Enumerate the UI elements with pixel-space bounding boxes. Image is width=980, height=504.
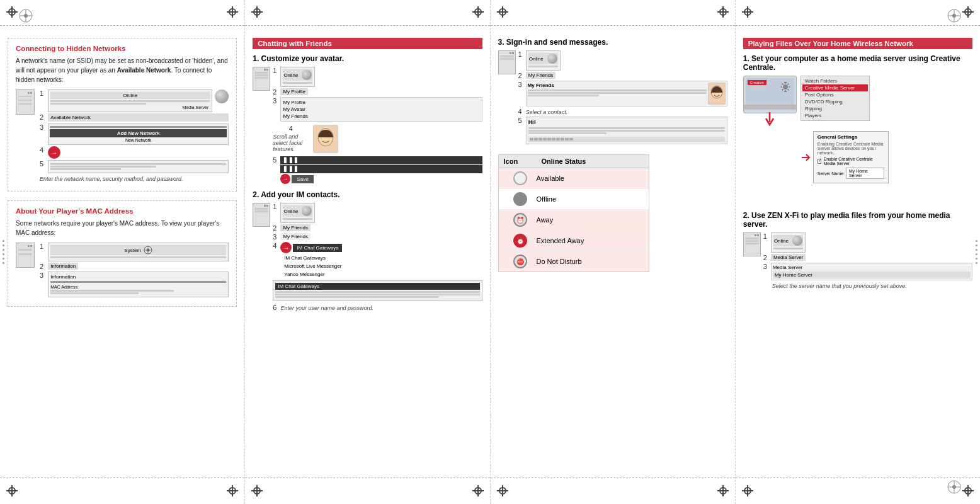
step2-c4-illus: 1 Online 2 (743, 232, 972, 289)
corner-tl-c2 (251, 6, 263, 19)
step1-area: 1. Customize your avatar. (253, 54, 482, 184)
compass-rose (19, 9, 33, 24)
corner-bl (6, 485, 18, 498)
playing-files-title: Playing Files Over Your Home Wireless Ne… (743, 38, 972, 49)
away-label: Away (537, 216, 554, 224)
available-label: Available (537, 175, 564, 182)
step1-c4-area: 1. Set your computer as a home media ser… (743, 54, 972, 186)
step1-c4-title: 1. Set your computer as a home media ser… (743, 54, 972, 72)
step2-c4-area: 2. Use ZEN X-Fi to play media files from… (743, 211, 972, 289)
column-1: Connecting to Hidden Networks A network'… (0, 0, 245, 504)
extended-away-label: Extended Away (537, 237, 584, 244)
corner-br-c4 (962, 485, 974, 498)
offline-icon (513, 192, 527, 206)
compass-rose-r (947, 9, 961, 24)
status-row-available: Available (499, 168, 649, 189)
corner-bl-c2 (251, 485, 263, 498)
corner-tr-c4 (962, 6, 974, 19)
status-col-header: Online Status (542, 158, 644, 165)
away-icon: ⏰ (513, 213, 527, 227)
step2-area: 2. Add your IM contacts. (253, 190, 482, 311)
svg-point-15 (952, 14, 956, 18)
icon-col-header: Icon (504, 158, 542, 165)
corner-tl-c4 (742, 6, 753, 19)
hidden-networks-body: A network's name (or SSID) may be set as… (16, 56, 229, 84)
hidden-networks-box: Connecting to Hidden Networks A network'… (8, 38, 237, 192)
step1-illus: 1 Online 2 (253, 67, 482, 184)
step3-illus: 1 Online 2 (498, 50, 727, 144)
status-table-header: Icon Online Status (499, 155, 649, 168)
mac-address-title: About Your Player's MAC Address (16, 207, 229, 215)
step1-c4-illus: Creative (743, 76, 972, 186)
hidden-networks-title: Connecting to Hidden Networks (16, 45, 229, 52)
extended-away-icon: ⏰ (513, 234, 527, 248)
column-2: Chatting with Friends 1. Customize your … (245, 0, 490, 504)
col4-content: Playing Files Over Your Home Wireless Ne… (743, 38, 972, 289)
step2-title: 2. Add your IM contacts. (253, 190, 482, 199)
select-server-caption: Select the server name that you previous… (772, 283, 972, 289)
col1-content: Connecting to Hidden Networks A network'… (8, 38, 237, 316)
corner-tl (6, 6, 18, 19)
mac-address-box: About Your Player's MAC Address Some net… (8, 200, 237, 307)
offline-icon-cell (504, 192, 537, 206)
corner-bl-c4 (742, 485, 753, 498)
step1-title: 1. Customize your avatar. (253, 54, 482, 63)
svg-point-19 (952, 485, 956, 489)
col2-content: Chatting with Friends 1. Customize your … (253, 38, 482, 318)
corner-br-c3 (717, 485, 729, 498)
corner-br-c2 (472, 485, 484, 498)
dnd-icon-cell: ⛔ (504, 255, 537, 268)
col3-content: 3. Sign-in and send messages. (498, 38, 727, 272)
corner-tr-c3 (717, 6, 729, 19)
svg-point-5 (147, 249, 149, 251)
available-icon-cell (504, 171, 537, 185)
corner-tr-c2 (472, 6, 484, 19)
extended-away-icon-cell: ⏰ (504, 234, 537, 248)
mac-illus: 1 System (16, 243, 229, 297)
column-3: 3. Sign-in and send messages. (491, 0, 736, 504)
step3-area: 3. Sign-in and send messages. (498, 38, 727, 144)
settings-area: Watch Folders Creative Media Server Post… (801, 76, 972, 186)
status-row-extended-away: ⏰ Extended Away (499, 231, 649, 251)
available-icon (513, 171, 527, 185)
status-row-dnd: ⛔ Do Not Disturb (499, 251, 649, 272)
away-icon-cell: ⏰ (504, 213, 537, 227)
corner-tl-c3 (497, 6, 508, 19)
laptop-illus: Creative (743, 76, 797, 186)
step2-illus: 1 Online 2 (253, 203, 482, 311)
step2-c4-title: 2. Use ZEN X-Fi to play media files from… (743, 211, 972, 229)
dnd-icon: ⛔ (513, 255, 527, 268)
corner-br (227, 485, 238, 498)
corner-tr (227, 6, 238, 19)
enable-checkbox[interactable] (818, 159, 822, 164)
status-row-offline: Offline (499, 189, 649, 210)
step3-title: 3. Sign-in and send messages. (498, 38, 727, 47)
column-4: Playing Files Over Your Home Wireless Ne… (736, 0, 980, 504)
status-row-away: ⏰ Away (499, 210, 649, 231)
online-status-table: Icon Online Status Available Offline (498, 154, 649, 272)
corner-bl-c3 (497, 485, 508, 498)
mac-address-body: Some networks require your player's MAC … (16, 219, 229, 238)
left-page-dots (3, 240, 4, 264)
chatting-title-bar: Chatting with Friends (253, 38, 482, 49)
hidden-networks-illus: 1 Online Media Server 2 (16, 89, 229, 182)
dnd-label: Do Not Disturb (537, 258, 582, 265)
settings-dialog: General Settings Enabling Creative Centr… (813, 131, 889, 183)
step5-caption: Enter the network name, security method,… (40, 176, 229, 182)
svg-point-3 (24, 14, 28, 18)
right-page-dots (976, 240, 977, 264)
offline-label: Offline (537, 195, 557, 203)
compass-rose-br (947, 480, 961, 495)
